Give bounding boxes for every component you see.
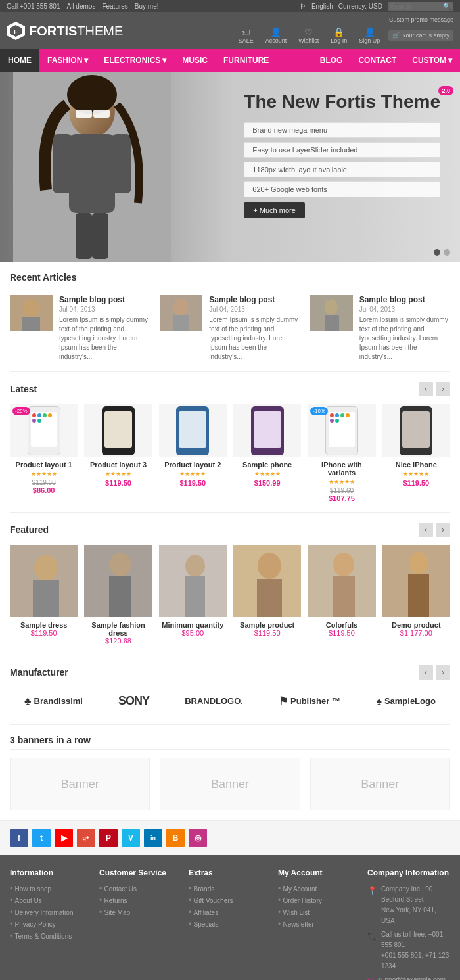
banner-1[interactable]: Banner	[10, 758, 150, 810]
blog-content-2: Sample blog post Jul 04, 2013 Lorem Ipsu…	[209, 295, 300, 362]
product-stars-5: ★★★★★	[308, 478, 375, 485]
product-stars-1: ★★★★★	[10, 471, 78, 477]
nav-fashion[interactable]: FASHION ▾	[39, 49, 96, 72]
svg-point-29	[185, 555, 205, 577]
blog-title-2[interactable]: Sample blog post	[209, 295, 300, 304]
footer-link-brands[interactable]: Brands	[194, 885, 215, 893]
brand-label-brandissimi: Brandissimi	[34, 696, 83, 706]
footer-link-contact[interactable]: Contact Us	[104, 885, 137, 893]
phone-screen-6	[402, 411, 430, 448]
manufacturer-prev-arrow[interactable]: ‹	[419, 665, 433, 680]
vimeo-button[interactable]: V	[122, 829, 140, 847]
banners-section: 3 banners in a row Banner Banner Banner	[0, 725, 460, 820]
featured-name-4: Sample product	[233, 621, 301, 629]
logo[interactable]: F FORTISTHEME	[7, 22, 123, 40]
brand-samplelogo[interactable]: ♠ SampleLogo	[376, 695, 436, 707]
footer-link-sitemap[interactable]: Site Map	[104, 909, 130, 916]
footer-customer-list: Contact Us Returns Site Map	[99, 884, 182, 917]
twitter-button[interactable]: t	[32, 829, 51, 847]
sale-button[interactable]: 🏷 SALE	[235, 26, 257, 45]
blog-date-2: Jul 04, 2013	[209, 306, 300, 313]
footer-link-vouchers[interactable]: Gift Vouchers	[194, 897, 233, 904]
brand-brandissimi[interactable]: ♣ Brandissimi	[24, 695, 83, 707]
footer-link-newsletter[interactable]: Newsletter	[283, 921, 314, 928]
youtube-button[interactable]: ▶	[55, 829, 73, 847]
search-input[interactable]	[390, 3, 443, 10]
footer-link-returns[interactable]: Returns	[104, 897, 127, 904]
hero-image	[13, 72, 171, 262]
nav-electronics[interactable]: ELECTRONICS ▾	[96, 49, 174, 72]
blog-title-3[interactable]: Sample blog post	[359, 295, 450, 304]
blogger-button[interactable]: B	[166, 829, 185, 847]
brand-publisher[interactable]: ⚑ Publisher™	[279, 695, 340, 707]
features-link[interactable]: Features	[102, 3, 127, 10]
featured-next-arrow[interactable]: ›	[436, 523, 450, 537]
company-email-item: ✉ support@example.comPress: press@exampl…	[367, 975, 450, 980]
footer-information-list: How to shop About Us Delivery Informatio…	[10, 884, 93, 941]
svg-rect-7	[76, 213, 92, 259]
footer-link-delivery[interactable]: Delivery Information	[15, 909, 74, 916]
instagram-button[interactable]: ◎	[189, 829, 207, 847]
latest-prev-arrow[interactable]: ‹	[419, 382, 433, 396]
footer-link-terms[interactable]: Terms & Conditions	[15, 933, 72, 940]
footer-link-privacy[interactable]: Privacy Policy	[15, 921, 56, 928]
banner-3[interactable]: Banner	[310, 758, 450, 810]
hero-feature-2: Easy to use LayerSlider included	[244, 142, 440, 158]
search-box[interactable]: 🔍	[388, 2, 453, 11]
account-button[interactable]: 👤 Account	[262, 26, 290, 45]
footer-link-affiliates[interactable]: Affiliates	[194, 909, 219, 916]
product-price-3: $119.50	[159, 479, 227, 487]
language-selector[interactable]: English	[311, 3, 333, 10]
featured-prev-arrow[interactable]: ‹	[419, 523, 433, 537]
footer-link-specials[interactable]: Specials	[194, 921, 219, 928]
linkedin-button[interactable]: in	[144, 829, 162, 847]
flag-brand-icon: ⚑	[279, 695, 288, 707]
googleplus-button[interactable]: g+	[77, 829, 95, 847]
svg-rect-33	[257, 579, 282, 617]
phone-screen-4	[254, 411, 281, 448]
footer-link-my-account[interactable]: My Account	[283, 885, 317, 893]
product-img-3	[159, 404, 227, 457]
footer-link-wishlist[interactable]: Wish List	[283, 909, 310, 916]
nav-home[interactable]: HOME	[0, 49, 39, 72]
hero-dot-1[interactable]	[434, 249, 440, 256]
nav-music[interactable]: MUSIC	[174, 49, 216, 72]
brand-sony[interactable]: SONY	[118, 694, 149, 708]
signup-button[interactable]: 👤 Sign Up	[356, 26, 383, 45]
company-phone: Call us toll free: +001 555 801+001 555 …	[381, 929, 450, 971]
hero-more-button[interactable]: + Much more	[244, 202, 305, 218]
footer-link-about[interactable]: About Us	[15, 897, 42, 904]
brand-label-brandlogo: BRANDLOGO.	[185, 696, 243, 706]
product-card-6: Nice iPhone ★★★★★ $119.50	[382, 404, 450, 502]
latest-next-arrow[interactable]: ›	[436, 382, 450, 396]
featured-img-4	[233, 545, 301, 617]
brand-label-sony: SONY	[118, 694, 149, 708]
product-name-6: Nice iPhone	[382, 461, 450, 469]
hero-dot-2[interactable]	[444, 249, 450, 256]
nav-custom[interactable]: CUSTOM ▾	[404, 49, 460, 72]
cart-button[interactable]: 🛒 Your cart is empty	[388, 30, 453, 41]
nav-furniture[interactable]: FURNITURE	[216, 49, 277, 72]
buy-link[interactable]: Buy me!	[135, 3, 159, 10]
product-name-5: iPhone with variants	[308, 461, 375, 477]
blog-title-1[interactable]: Sample blog post	[59, 295, 150, 304]
product-img-2	[84, 404, 152, 457]
currency-selector[interactable]: Currency: USD	[338, 3, 382, 10]
manufacturer-next-arrow[interactable]: ›	[436, 665, 450, 680]
product-img-5: -10%	[308, 404, 375, 457]
footer-link-how-to-shop[interactable]: How to shop	[15, 885, 52, 893]
svg-rect-10	[76, 110, 92, 118]
nav-contact[interactable]: CONTACT	[350, 49, 404, 72]
footer-link-order-history[interactable]: Order History	[283, 897, 322, 904]
footer-company-info: 📍 Company Inc., 90 Bedford StreetNew Yor…	[367, 884, 450, 980]
pinterest-button[interactable]: P	[99, 829, 118, 847]
search-icon[interactable]: 🔍	[443, 3, 451, 10]
wishlist-button[interactable]: ♡ Wishlist	[295, 26, 322, 45]
brand-brandlogo[interactable]: BRANDLOGO.	[185, 696, 243, 706]
banner-2[interactable]: Banner	[160, 758, 300, 810]
svg-rect-27	[109, 576, 131, 617]
login-button[interactable]: 🔒 Log In	[327, 26, 350, 45]
nav-blog[interactable]: BLOG	[312, 49, 351, 72]
facebook-button[interactable]: f	[10, 829, 28, 847]
all-demos-link[interactable]: All demos	[66, 3, 95, 10]
